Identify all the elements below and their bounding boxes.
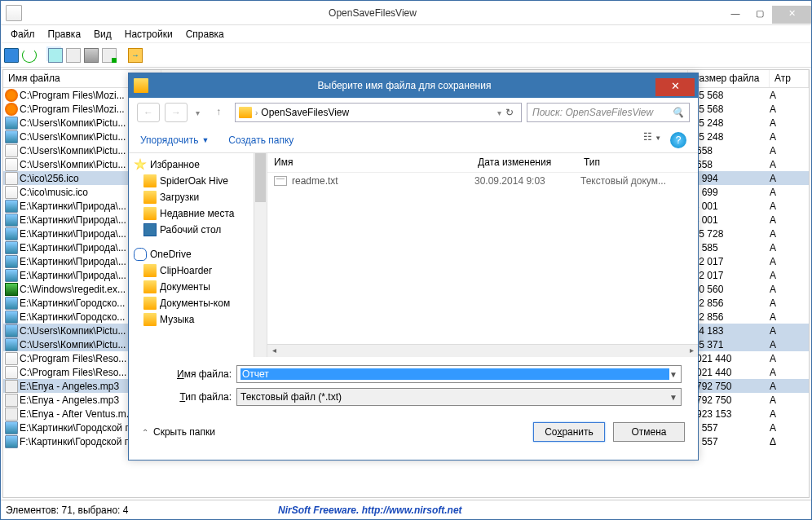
file-list-row[interactable]: readme.txt 30.09.2014 9:03 Текстовый док…: [267, 173, 698, 189]
filetype-select[interactable]: Текстовый файл (*.txt) ▼: [236, 388, 682, 406]
file-size: 275 568: [688, 104, 770, 115]
options-icon[interactable]: [102, 48, 117, 63]
organize-dropdown-icon[interactable]: ▼: [201, 136, 209, 144]
flcol-name[interactable]: Имя: [267, 153, 471, 172]
tree-item[interactable]: Недавние места: [129, 205, 267, 222]
dialog-fields: Имя файла: Отчет ▼ Тип файла: Текстовый …: [129, 357, 698, 416]
file-attr: A: [770, 325, 809, 337]
tree-item[interactable]: Рабочий стол: [129, 222, 267, 238]
menu-help[interactable]: Справка: [179, 27, 231, 42]
save-button[interactable]: Сохранить: [533, 422, 605, 442]
scroll-right-icon[interactable]: ▸: [685, 345, 698, 357]
col-filesize[interactable]: Размер файла: [688, 70, 770, 87]
tree-item[interactable]: Загрузки: [129, 189, 267, 205]
menu-settings[interactable]: Настройки: [118, 27, 179, 42]
folder-tree[interactable]: Избранное SpiderOak Hive Загрузки Недавн…: [129, 153, 267, 357]
main-window: OpenSaveFilesView — ▢ ✕ Файл Правка Вид …: [0, 0, 812, 520]
nav-up-button[interactable]: ↑: [207, 103, 230, 122]
file-size: 6 658: [688, 159, 770, 170]
nav-back-button[interactable]: ←: [137, 103, 160, 122]
main-titlebar[interactable]: OpenSaveFilesView — ▢ ✕: [1, 1, 811, 25]
file-list-hscrollbar[interactable]: ◂ ▸: [267, 344, 698, 357]
file-size: 5 792 750: [688, 381, 770, 392]
file-icon: [5, 311, 18, 324]
file-attr: A: [770, 339, 809, 350]
menubar: Файл Правка Вид Настройки Справка: [1, 25, 811, 43]
file-size: 192 017: [688, 270, 770, 281]
filetype-label: Тип файла:: [170, 391, 236, 403]
exit-icon[interactable]: [128, 48, 143, 63]
file-size: 135 728: [688, 228, 770, 240]
breadcrumb-refresh-icon[interactable]: ↻: [501, 107, 518, 118]
chevron-down-icon[interactable]: ▼: [669, 370, 677, 379]
menu-file[interactable]: Файл: [4, 27, 42, 42]
folder-icon: [143, 313, 157, 326]
file-size: 122 856: [688, 311, 770, 323]
filetype-field: Тип файла: Текстовый файл (*.txt) ▼: [170, 388, 682, 406]
search-icon[interactable]: 🔍: [672, 107, 684, 118]
tree-item[interactable]: SpiderOak Hive: [129, 173, 267, 189]
dialog-titlebar[interactable]: Выберите имя файла для сохранения ✕: [129, 73, 698, 98]
view-mode-button[interactable]: ☷ ▼: [642, 131, 662, 149]
folder-icon: [143, 191, 157, 204]
file-icon: [5, 117, 18, 130]
minimize-button[interactable]: —: [723, 6, 748, 24]
file-size: 175 248: [688, 131, 770, 143]
copy-icon[interactable]: [48, 48, 63, 63]
file-icon: [5, 421, 18, 434]
dialog-footer: ⌃ Скрыть папки Сохранить Отмена: [129, 416, 698, 452]
tree-favorites[interactable]: Избранное: [129, 156, 267, 173]
nav-recent-dropdown[interactable]: ▾: [192, 108, 202, 117]
filename-input[interactable]: Отчет ▼: [236, 365, 682, 383]
menu-view[interactable]: Вид: [87, 27, 118, 42]
breadcrumb-segment[interactable]: OpenSaveFilesView: [258, 107, 352, 118]
copy2-icon[interactable]: [66, 48, 81, 63]
file-icon: [5, 283, 18, 296]
chevron-down-icon[interactable]: ▼: [669, 393, 677, 402]
cancel-button[interactable]: Отмена: [613, 422, 685, 442]
tree-scrollbar-thumb[interactable]: [255, 153, 266, 202]
file-icon: [5, 200, 18, 213]
tree-item[interactable]: Документы-ком: [129, 295, 267, 311]
save-icon[interactable]: [4, 48, 19, 63]
hide-folders-link[interactable]: Скрыть папки: [153, 426, 215, 438]
nav-forward-button[interactable]: →: [165, 103, 188, 122]
expand-icon[interactable]: ⌃: [142, 428, 148, 437]
menu-edit[interactable]: Правка: [42, 27, 88, 42]
help-button[interactable]: ?: [670, 132, 686, 148]
close-button[interactable]: ✕: [772, 6, 811, 24]
maximize-button[interactable]: ▢: [748, 6, 772, 24]
file-icon: [5, 227, 18, 240]
file-list[interactable]: Имя Дата изменения Тип readme.txt 30.09.…: [267, 153, 698, 357]
dialog-toolbar: Упорядочить ▼ Создать папку ☷ ▼ ?: [129, 127, 698, 153]
file-size: 315 371: [688, 339, 770, 350]
file-attr: A: [770, 381, 809, 392]
tree-item[interactable]: Музыка: [129, 311, 267, 328]
properties-icon[interactable]: [84, 48, 99, 63]
tree-item[interactable]: ClipHoarder: [129, 262, 267, 279]
file-attr: A: [770, 270, 809, 281]
file-icon: [5, 297, 18, 310]
file-size: 1 021 440: [688, 353, 770, 364]
breadcrumb[interactable]: › OpenSaveFilesView ▾ ↻: [235, 103, 522, 122]
tree-onedrive[interactable]: OneDrive: [129, 246, 267, 262]
search-input[interactable]: Поиск: OpenSaveFilesView 🔍: [527, 103, 690, 122]
file-size: 122 856: [688, 297, 770, 309]
flcol-date[interactable]: Дата изменения: [471, 153, 577, 172]
file-icon: [5, 408, 18, 421]
dialog-close-button[interactable]: ✕: [655, 78, 695, 96]
refresh-icon[interactable]: [22, 48, 37, 63]
flcol-type[interactable]: Тип: [577, 153, 607, 172]
tree-item[interactable]: Документы: [129, 279, 267, 295]
nirsoft-link[interactable]: NirSoft Freeware. http://www.nirsoft.net: [278, 505, 462, 516]
tree-scrollbar[interactable]: [254, 153, 267, 357]
scroll-left-icon[interactable]: ◂: [267, 345, 280, 357]
file-size: 1 021 440: [688, 367, 770, 378]
file-attr: A: [770, 394, 809, 406]
new-folder-button[interactable]: Создать папку: [228, 134, 293, 146]
col-attr[interactable]: Атр: [770, 70, 809, 87]
file-attr: Δ: [770, 436, 809, 447]
file-size: 99 994: [688, 173, 770, 184]
organize-button[interactable]: Упорядочить: [140, 134, 198, 146]
file-size: 6 658: [688, 145, 770, 156]
